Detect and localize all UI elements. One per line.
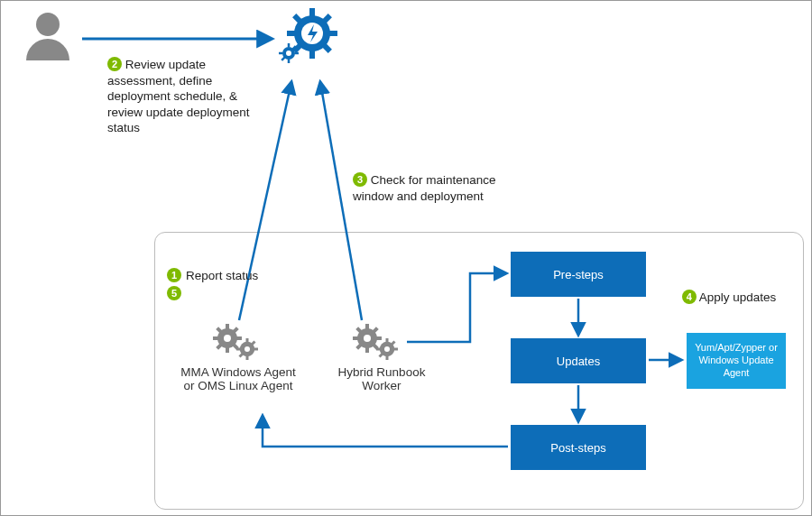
post-steps-box: Post-steps bbox=[511, 425, 646, 470]
automation-gear-lightning-icon bbox=[276, 8, 339, 71]
step-3-text: Check for maintenance window and deploym… bbox=[353, 173, 496, 203]
svg-point-18 bbox=[286, 51, 291, 56]
diagram-canvas: 2 Review update assessment, define deplo… bbox=[0, 0, 812, 516]
svg-rect-32 bbox=[236, 348, 241, 351]
svg-rect-48 bbox=[386, 338, 389, 343]
svg-rect-4 bbox=[287, 31, 296, 36]
svg-rect-31 bbox=[246, 355, 249, 360]
svg-rect-14 bbox=[279, 52, 283, 55]
svg-rect-41 bbox=[375, 336, 382, 340]
svg-point-54 bbox=[384, 346, 390, 352]
hybrid-worker-gears-icon bbox=[353, 324, 403, 362]
step-2-badge: 2 bbox=[107, 57, 122, 71]
svg-point-0 bbox=[36, 13, 60, 36]
step-1-badge: 1 bbox=[167, 268, 181, 282]
mma-agent-gears-icon bbox=[213, 324, 263, 362]
step-5-badge: 5 bbox=[167, 286, 181, 300]
svg-rect-49 bbox=[386, 355, 389, 360]
svg-rect-23 bbox=[235, 336, 242, 340]
svg-rect-50 bbox=[376, 348, 381, 351]
step-3-label: 3 Check for maintenance window and deplo… bbox=[353, 172, 506, 204]
svg-rect-33 bbox=[254, 348, 258, 351]
step-4-badge: 4 bbox=[682, 290, 697, 304]
pre-steps-box: Pre-steps bbox=[511, 252, 646, 297]
svg-rect-30 bbox=[246, 338, 249, 343]
step-2-label: 2 Review update assessment, define deplo… bbox=[107, 57, 270, 136]
svg-rect-5 bbox=[328, 31, 337, 36]
mma-agent-label: MMA Windows Agent or OMS Linux Agent bbox=[180, 365, 297, 392]
svg-rect-15 bbox=[295, 52, 300, 55]
svg-rect-51 bbox=[393, 348, 398, 351]
updates-box: Updates bbox=[511, 338, 646, 383]
svg-rect-38 bbox=[365, 324, 369, 330]
svg-rect-3 bbox=[309, 50, 315, 59]
update-agent-box: Yum/Apt/Zypper or Windows Update Agent bbox=[687, 333, 786, 389]
user-icon bbox=[21, 8, 75, 62]
svg-rect-13 bbox=[288, 60, 291, 64]
svg-rect-39 bbox=[365, 346, 369, 353]
step-3-badge: 3 bbox=[353, 172, 367, 187]
step-4-label: 4 Apply updates bbox=[679, 290, 779, 306]
svg-rect-40 bbox=[353, 336, 359, 340]
hybrid-worker-label: Hybrid Runbook Worker bbox=[328, 365, 436, 392]
svg-rect-2 bbox=[309, 8, 315, 17]
step-2-text: Review update assessment, define deploym… bbox=[107, 58, 250, 134]
svg-rect-20 bbox=[226, 324, 229, 330]
report-status-label: Report status bbox=[186, 268, 303, 284]
step-4-text: Apply updates bbox=[699, 290, 777, 304]
svg-rect-22 bbox=[213, 336, 219, 340]
svg-rect-12 bbox=[288, 43, 291, 48]
svg-point-46 bbox=[364, 335, 371, 342]
svg-rect-21 bbox=[226, 346, 229, 353]
svg-point-36 bbox=[245, 346, 250, 352]
svg-point-28 bbox=[224, 335, 231, 342]
